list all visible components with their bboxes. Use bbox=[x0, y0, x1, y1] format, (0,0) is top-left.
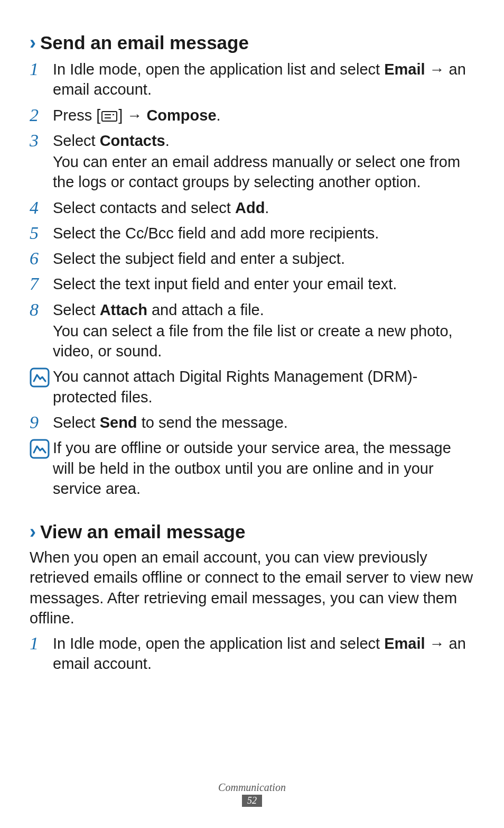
text: Select bbox=[53, 132, 100, 149]
note-text: You cannot attach Digital Rights Managem… bbox=[53, 366, 474, 407]
section-heading-view: › View an email message bbox=[30, 521, 474, 543]
section-heading-send: › Send an email message bbox=[30, 32, 474, 54]
page-number: 52 bbox=[242, 795, 262, 807]
text: Select the text input field and enter yo… bbox=[53, 274, 474, 294]
text: Select bbox=[53, 414, 100, 431]
step-body: Select Contacts. You can enter an email … bbox=[53, 131, 474, 192]
text-bold: Email bbox=[384, 61, 425, 78]
step-number: 6 bbox=[30, 249, 53, 268]
chevron-icon: › bbox=[30, 32, 36, 54]
step-body: Select the subject field and enter a sub… bbox=[53, 249, 474, 269]
text-bold: Contacts bbox=[100, 132, 165, 149]
step-number: 2 bbox=[30, 105, 53, 125]
text: Select the subject field and enter a sub… bbox=[53, 249, 474, 269]
note-text: If you are offline or outside your servi… bbox=[53, 438, 474, 499]
note-icon bbox=[30, 438, 53, 459]
text: You can select a file from the file list… bbox=[53, 321, 474, 362]
svg-rect-0 bbox=[102, 112, 117, 121]
step-9: 9 Select Send to send the message. bbox=[30, 412, 474, 433]
step-8: 8 Select Attach and attach a file. You c… bbox=[30, 300, 474, 362]
text: You can enter an email address manually … bbox=[53, 152, 474, 192]
text: Select bbox=[53, 301, 100, 318]
text: In Idle mode, open the application list … bbox=[53, 61, 384, 78]
step-number: 5 bbox=[30, 223, 53, 243]
step-1: 1 In Idle mode, open the application lis… bbox=[30, 59, 474, 100]
step-body: Select Send to send the message. bbox=[53, 412, 474, 433]
step-5: 5 Select the Cc/Bcc field and add more r… bbox=[30, 223, 474, 243]
section-title: View an email message bbox=[40, 521, 245, 542]
text-bold: Compose bbox=[146, 107, 216, 124]
menu-icon bbox=[101, 111, 117, 122]
step-number: 9 bbox=[30, 412, 53, 432]
text-bold: Attach bbox=[100, 301, 147, 318]
text: . bbox=[265, 199, 269, 216]
text: In Idle mode, open the application list … bbox=[53, 635, 384, 652]
step-4: 4 Select contacts and select Add. bbox=[30, 198, 474, 218]
chevron-icon: › bbox=[30, 521, 36, 543]
step-number: 1 bbox=[30, 59, 53, 79]
text: Press [ bbox=[53, 107, 100, 124]
step-body: Select the text input field and enter yo… bbox=[53, 274, 474, 294]
step-body: Select Attach and attach a file. You can… bbox=[53, 300, 474, 362]
paragraph: When you open an email account, you can … bbox=[30, 547, 474, 628]
text: Select contacts and select bbox=[53, 199, 235, 216]
section-title: Send an email message bbox=[40, 32, 249, 53]
step-number: 7 bbox=[30, 274, 53, 293]
step-number: 8 bbox=[30, 300, 53, 319]
text-bold: Send bbox=[100, 414, 137, 431]
text: Select the Cc/Bcc field and add more rec… bbox=[53, 223, 474, 243]
text: . bbox=[165, 132, 170, 149]
step-body: In Idle mode, open the application list … bbox=[53, 59, 474, 100]
text: and attach a file. bbox=[147, 301, 264, 318]
text: . bbox=[217, 107, 221, 124]
step-number: 1 bbox=[30, 633, 53, 653]
step-3: 3 Select Contacts. You can enter an emai… bbox=[30, 131, 474, 192]
footer-label: Communication bbox=[0, 781, 504, 794]
step-6: 6 Select the subject field and enter a s… bbox=[30, 249, 474, 269]
step-1-view: 1 In Idle mode, open the application lis… bbox=[30, 633, 474, 674]
note-drm: You cannot attach Digital Rights Managem… bbox=[30, 366, 474, 407]
note-icon bbox=[30, 366, 53, 388]
step-body: Select contacts and select Add. bbox=[53, 198, 474, 218]
step-number: 3 bbox=[30, 131, 53, 150]
text: to send the message. bbox=[137, 414, 288, 431]
step-body: Press [] → Compose. bbox=[53, 105, 474, 125]
text-bold: Email bbox=[384, 635, 425, 652]
step-number: 4 bbox=[30, 198, 53, 217]
note-offline: If you are offline or outside your servi… bbox=[30, 438, 474, 499]
text-bold: Add bbox=[235, 199, 265, 216]
page-footer: Communication 52 bbox=[0, 781, 504, 807]
step-body: Select the Cc/Bcc field and add more rec… bbox=[53, 223, 474, 243]
step-7: 7 Select the text input field and enter … bbox=[30, 274, 474, 294]
step-body: In Idle mode, open the application list … bbox=[53, 633, 474, 674]
step-2: 2 Press [] → Compose. bbox=[30, 105, 474, 125]
text: ] → bbox=[118, 107, 146, 124]
